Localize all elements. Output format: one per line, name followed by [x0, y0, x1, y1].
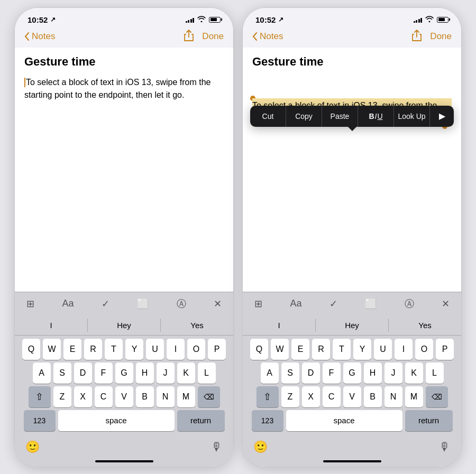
autocorrect-item-right-1[interactable]: Hey	[316, 319, 389, 332]
checkmark-icon-right[interactable]: ✓	[326, 297, 341, 311]
key-y-r[interactable]: Y	[353, 339, 371, 360]
key-x-r[interactable]: X	[302, 386, 320, 407]
key-i[interactable]: I	[167, 339, 185, 360]
autocorrect-item-right-2[interactable]: Yes	[389, 319, 461, 332]
menu-lookup[interactable]: Look Up	[394, 106, 430, 127]
key-shift-r[interactable]: ⇧	[257, 386, 279, 407]
key-b-r[interactable]: B	[364, 386, 382, 407]
key-v-r[interactable]: V	[343, 386, 361, 407]
key-m-r[interactable]: M	[405, 386, 423, 407]
key-q[interactable]: Q	[22, 339, 40, 360]
back-button-left[interactable]: Notes	[24, 31, 55, 42]
mic-icon-right[interactable]: 🎙	[439, 440, 451, 454]
share-button-right[interactable]	[412, 30, 422, 43]
key-m[interactable]: M	[177, 386, 195, 407]
key-e-r[interactable]: E	[291, 339, 309, 360]
key-v[interactable]: V	[115, 386, 133, 407]
camera-icon-right[interactable]: ⬜	[362, 297, 380, 311]
back-button-right[interactable]: Notes	[252, 31, 283, 42]
key-k[interactable]: K	[177, 363, 195, 384]
key-r-r[interactable]: R	[312, 339, 330, 360]
menu-more[interactable]: ▶	[430, 106, 454, 127]
menu-copy[interactable]: Copy	[286, 106, 322, 127]
key-g-r[interactable]: G	[343, 363, 361, 384]
key-h[interactable]: H	[136, 363, 154, 384]
key-return[interactable]: return	[177, 410, 225, 431]
key-123[interactable]: 123	[24, 410, 56, 431]
key-p[interactable]: P	[208, 339, 226, 360]
key-123-r[interactable]: 123	[252, 410, 283, 431]
autocorrect-item-2[interactable]: Yes	[161, 319, 233, 332]
key-d[interactable]: D	[74, 363, 92, 384]
key-d-r[interactable]: D	[302, 363, 320, 384]
key-q-r[interactable]: Q	[250, 339, 268, 360]
key-delete-r[interactable]: ⌫	[426, 386, 448, 407]
key-n[interactable]: N	[157, 386, 175, 407]
key-l[interactable]: L	[198, 363, 216, 384]
share-button-left[interactable]	[184, 30, 194, 43]
done-button-left[interactable]: Done	[202, 31, 224, 42]
key-s[interactable]: S	[53, 363, 71, 384]
autocorrect-item-1[interactable]: Hey	[88, 319, 161, 332]
key-b[interactable]: B	[136, 386, 154, 407]
grid-icon[interactable]: ⊞	[23, 297, 38, 311]
grid-icon-right[interactable]: ⊞	[251, 297, 266, 311]
key-x[interactable]: X	[74, 386, 92, 407]
key-f[interactable]: F	[95, 363, 113, 384]
key-h-r[interactable]: H	[364, 363, 382, 384]
key-r[interactable]: R	[84, 339, 102, 360]
key-j[interactable]: J	[157, 363, 175, 384]
key-f-r[interactable]: F	[323, 363, 341, 384]
key-y[interactable]: Y	[125, 339, 143, 360]
key-shift[interactable]: ⇧	[29, 386, 51, 407]
key-u-r[interactable]: U	[374, 339, 392, 360]
key-w-r[interactable]: W	[271, 339, 289, 360]
menu-cut[interactable]: Cut	[250, 106, 286, 127]
key-g[interactable]: G	[115, 363, 133, 384]
markup-icon[interactable]: Ⓐ	[173, 296, 189, 311]
note-body-left[interactable]: To select a block of text in iOS 13, swi…	[24, 76, 224, 103]
key-t-r[interactable]: T	[333, 339, 351, 360]
key-return-r[interactable]: return	[405, 410, 453, 431]
nav-bar-right: Notes Done	[243, 26, 461, 48]
key-w[interactable]: W	[43, 339, 61, 360]
font-icon-right[interactable]: Aa	[287, 297, 305, 310]
key-n-r[interactable]: N	[385, 386, 402, 407]
key-l-r[interactable]: L	[426, 363, 444, 384]
markup-icon-right[interactable]: Ⓐ	[401, 296, 417, 311]
key-row-2-r: A S D F G H J K L	[245, 363, 459, 384]
checkmark-icon[interactable]: ✓	[98, 297, 113, 311]
close-icon[interactable]: ✕	[210, 297, 225, 311]
key-delete[interactable]: ⌫	[198, 386, 220, 407]
key-space-r[interactable]: space	[286, 410, 402, 431]
key-u[interactable]: U	[146, 339, 164, 360]
key-space[interactable]: space	[58, 410, 175, 431]
key-row-4-r: 123 space return	[245, 410, 459, 431]
key-a[interactable]: A	[33, 363, 51, 384]
key-i-r[interactable]: I	[395, 339, 413, 360]
key-c-r[interactable]: C	[323, 386, 341, 407]
key-z-r[interactable]: Z	[281, 386, 299, 407]
done-button-right[interactable]: Done	[430, 31, 452, 42]
mic-icon[interactable]: 🎙	[211, 440, 223, 454]
key-e[interactable]: E	[63, 339, 81, 360]
key-s-r[interactable]: S	[281, 363, 299, 384]
emoji-icon-right[interactable]: 🙂	[253, 440, 268, 454]
autocorrect-item-right-0[interactable]: I	[243, 319, 316, 332]
emoji-icon[interactable]: 🙂	[25, 440, 40, 454]
key-a-r[interactable]: A	[261, 363, 279, 384]
camera-icon[interactable]: ⬜	[134, 297, 152, 311]
key-o-r[interactable]: O	[415, 339, 433, 360]
key-j-r[interactable]: J	[385, 363, 402, 384]
font-icon[interactable]: Aa	[59, 297, 77, 310]
key-o[interactable]: O	[187, 339, 205, 360]
key-p-r[interactable]: P	[436, 339, 454, 360]
autocorrect-item-0[interactable]: I	[15, 319, 88, 332]
close-icon-right[interactable]: ✕	[438, 297, 453, 311]
key-k-r[interactable]: K	[405, 363, 423, 384]
key-t[interactable]: T	[105, 339, 123, 360]
menu-format[interactable]: B IU	[358, 106, 394, 127]
key-z[interactable]: Z	[53, 386, 71, 407]
menu-paste[interactable]: Paste	[322, 106, 358, 127]
key-c[interactable]: C	[95, 386, 113, 407]
